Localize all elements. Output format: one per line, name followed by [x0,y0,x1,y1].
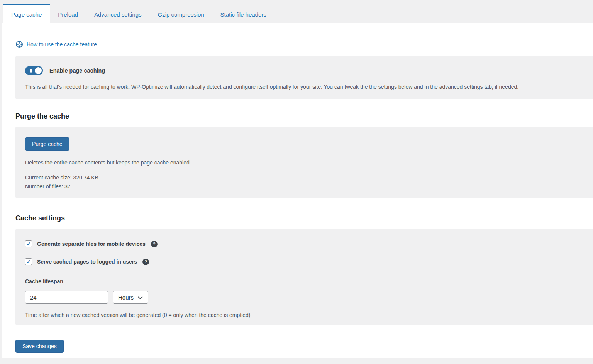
tab-label: Static file headers [220,11,266,18]
logged-in-users-row: Serve cached pages to logged in users ? [25,258,586,265]
save-changes-button[interactable]: Save changes [15,340,64,353]
enable-caching-box: Enable page caching This is all that's n… [15,56,593,99]
enable-page-caching-toggle[interactable] [25,66,43,75]
cache-lifespan-input[interactable] [25,291,108,304]
serve-logged-in-users-label: Serve cached pages to logged in users [37,259,137,265]
question-icon[interactable]: ? [142,259,149,265]
question-icon[interactable]: ? [151,241,158,247]
tab-static-file-headers[interactable]: Static file headers [212,4,274,23]
chevron-down-icon [138,294,143,301]
tab-label: Gzip compression [158,11,204,18]
tab-bar: Page cache Preload Advanced settings Gzi… [0,0,593,23]
cache-lifespan-row: Hours [25,291,586,304]
tab-label: Advanced settings [94,11,142,18]
purge-description: Deletes the entire cache contents but ke… [25,159,586,166]
cache-lifespan-unit-select[interactable]: Hours [113,291,148,304]
purge-cache-button[interactable]: Purge cache [25,137,69,151]
toggle-on-mark [30,69,32,73]
page-cache-panel: How to use the cache feature Enable page… [2,23,593,358]
cache-lifespan-label: Cache lifespan [25,278,586,284]
film-reel-icon [15,41,23,48]
help-link-label: How to use the cache feature [27,41,97,47]
current-cache-size: Current cache size: 320.74 KB [25,174,98,181]
generate-mobile-files-checkbox[interactable] [25,240,32,247]
how-to-use-cache-link[interactable]: How to use the cache feature [15,41,97,48]
purge-cache-box: Purge cache Deletes the entire cache con… [15,127,593,198]
tab-advanced-settings[interactable]: Advanced settings [86,4,150,23]
enable-page-caching-label: Enable page caching [49,68,105,74]
tab-page-cache[interactable]: Page cache [3,4,50,23]
purge-cache-heading: Purge the cache [15,112,593,120]
cache-lifespan-note: Time after which a new cached version wi… [25,312,586,318]
cache-settings-box: Generate separate files for mobile devic… [15,229,593,325]
tab-label: Page cache [11,11,42,18]
enable-caching-description: This is all that's needed for caching to… [25,84,586,90]
number-of-files: Number of files: 37 [25,183,71,190]
cache-settings-heading: Cache settings [15,214,593,222]
toggle-knob [35,67,42,74]
tab-gzip-compression[interactable]: Gzip compression [150,4,212,23]
tab-preload[interactable]: Preload [50,4,86,23]
serve-logged-in-users-checkbox[interactable] [25,258,32,265]
mobile-files-row: Generate separate files for mobile devic… [25,240,586,247]
generate-mobile-files-label: Generate separate files for mobile devic… [37,241,146,247]
selected-unit: Hours [118,294,134,301]
tab-label: Preload [58,11,78,18]
